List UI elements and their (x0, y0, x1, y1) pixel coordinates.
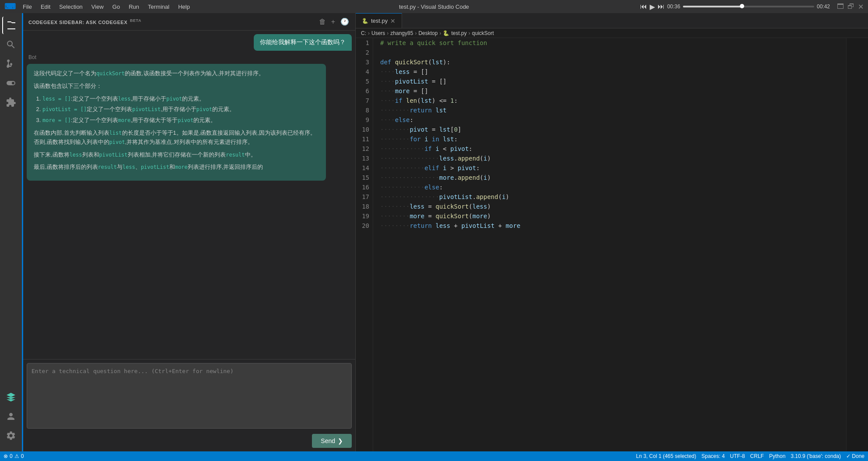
title-bar-left: ⌨ File Edit Selection View Go Run Termin… (4, 2, 193, 11)
send-button-row: Send ❯ (27, 434, 352, 448)
status-right: Ln 3, Col 1 (465 selected) Spaces: 4 UTF… (636, 453, 864, 459)
send-label: Send (321, 437, 335, 444)
status-done[interactable]: ✓ Done (846, 453, 864, 459)
tab-close-button[interactable]: ✕ (390, 17, 396, 24)
breadcrumb-sep-3: › (415, 30, 416, 36)
breadcrumb-sep-5: › (469, 30, 470, 36)
breadcrumb-file-icon: 🐍 (443, 30, 449, 36)
bot-intro: 这段代码定义了一个名为quickSort的函数,该函数接受一个列表作为输入,并对… (34, 69, 319, 78)
activity-search[interactable] (2, 36, 20, 53)
bot-part-1: less = []:定义了一个空列表less,用于存储小于pivot的元素。 (42, 94, 319, 104)
breadcrumb-sep-2: › (387, 30, 388, 36)
fast-forward-button[interactable]: ⏭ (658, 3, 665, 10)
editor-area: 🐍 test.py ✕ C: › Users › zhangy85 › Desk… (356, 13, 868, 451)
menu-terminal[interactable]: Terminal (144, 3, 173, 11)
breadcrumb-function[interactable]: quickSort (472, 30, 494, 36)
codegeex-sidebar: CODEGEEX SIDEBAR: ASK CODEGEEX BETA 🗑 + … (23, 13, 356, 451)
bot-concat-text: 接下来,函数将less列表和pivotList列表相加,并将它们存储在一个新的列… (34, 150, 319, 160)
user-message: 你能给我解释一下这个函数吗？ (254, 34, 352, 51)
menu-help[interactable]: Help (175, 3, 193, 11)
bot-part-2: pivotList = []定义了一个空列表pivotList,用于存储小于pi… (42, 105, 319, 114)
bot-parts-intro: 该函数包含以下三个部分： (34, 82, 319, 91)
menu-view[interactable]: View (88, 3, 107, 11)
window-title: test.py - Visual Studio Code (399, 3, 469, 10)
time-left: 00:36 (667, 3, 680, 10)
beta-badge: BETA (130, 18, 141, 23)
status-version[interactable]: 3.10.9 ('base': conda) (791, 453, 841, 459)
sidebar-header-icons[interactable]: 🗑 + 🕐 (318, 17, 350, 27)
status-bar: ⊗ 0 ⚠ 0 Ln 3, Col 1 (465 selected) Space… (0, 451, 868, 461)
bot-label: Bot (27, 54, 352, 60)
rewind-button[interactable]: ⏮ (640, 3, 647, 10)
activity-run-debug[interactable] (2, 74, 20, 92)
bot-part-3: more = []:定义了一个空列表more,用于存储大于等于pivot的元素。 (42, 116, 319, 125)
fn-name-inline: quickSort (96, 70, 125, 77)
bot-message: 这段代码定义了一个名为quickSort的函数,该函数接受一个列表作为输入,并对… (27, 64, 326, 181)
play-button[interactable]: ▶ (650, 3, 655, 11)
activity-bar (0, 13, 22, 451)
line-numbers: 1 2 3 4 5 6 7 8 9 10 11 12 13 14 15 16 1… (356, 38, 373, 451)
maximize-button[interactable]: 🗗 (847, 3, 854, 10)
input-area: Send ❯ (23, 359, 355, 451)
bot-parts-list: less = []:定义了一个空列表less,用于存储小于pivot的元素。 p… (34, 94, 319, 125)
progress-fill (683, 6, 742, 7)
breadcrumb-sep-4: › (439, 30, 441, 36)
menu-run[interactable]: Run (125, 3, 143, 11)
close-button[interactable]: ✕ (858, 3, 864, 11)
sidebar-header: CODEGEEX SIDEBAR: ASK CODEGEEX BETA 🗑 + … (23, 13, 355, 31)
tab-bar: 🐍 test.py ✕ (356, 13, 868, 28)
breadcrumb-file[interactable]: test.py (451, 30, 466, 36)
menu-go[interactable]: Go (109, 3, 123, 11)
status-line-ending[interactable]: CRLF (750, 453, 764, 459)
activity-extensions[interactable] (2, 94, 20, 111)
activity-account[interactable] (2, 408, 20, 425)
activity-settings[interactable] (2, 427, 20, 444)
status-position[interactable]: Ln 3, Col 1 (465 selected) (636, 453, 696, 459)
title-bar-right: ⏮ ▶ ⏭ 00:36 00:42 🗖 🗗 ✕ (640, 3, 864, 11)
status-spaces[interactable]: Spaces: 4 (701, 453, 724, 459)
minimap (846, 38, 868, 451)
chat-area[interactable]: 你能给我解释一下这个函数吗？ Bot 这段代码定义了一个名为quickSort的… (23, 31, 355, 359)
breadcrumb-desktop[interactable]: Desktop (418, 30, 438, 36)
vscode-icon: ⌨ (4, 2, 16, 11)
tab-file-icon: 🐍 (362, 18, 368, 24)
code-content[interactable]: # write a quick sort function def quickS… (373, 38, 846, 451)
menu-edit[interactable]: Edit (37, 3, 54, 11)
bot-body-text: 在函数内部,首先判断输入列表list的长度是否小于等于1。如果是,函数直接返回输… (34, 129, 319, 147)
menu-selection[interactable]: Selection (56, 3, 86, 11)
breadcrumb-c[interactable]: C: (361, 30, 366, 36)
bot-return-text: 最后,函数将排序后的列表result与less、pivotList和more列表… (34, 163, 319, 172)
code-editor[interactable]: 1 2 3 4 5 6 7 8 9 10 11 12 13 14 15 16 1… (356, 38, 868, 451)
error-icon: ⊗ (4, 453, 8, 459)
menu-bar[interactable]: File Edit Selection View Go Run Terminal… (19, 3, 193, 11)
progress-thumb[interactable] (740, 4, 744, 8)
status-errors[interactable]: ⊗ 0 ⚠ 0 (4, 453, 24, 459)
activity-bottom (2, 388, 20, 448)
history-button[interactable]: 🕐 (340, 17, 350, 27)
time-right: 00:42 (817, 3, 830, 10)
breadcrumb-user[interactable]: zhangy85 (390, 30, 413, 36)
activity-explorer[interactable] (2, 17, 20, 34)
tab-test-py[interactable]: 🐍 test.py ✕ (356, 13, 402, 28)
tab-label: test.py (371, 17, 388, 24)
sidebar-title: CODEGEEX SIDEBAR: ASK CODEGEEX BETA (28, 18, 141, 25)
media-controls[interactable]: ⏮ ▶ ⏭ 00:36 00:42 (640, 3, 830, 11)
menu-file[interactable]: File (19, 3, 35, 11)
chat-input[interactable] (27, 363, 352, 429)
activity-codegeex[interactable] (2, 388, 20, 406)
breadcrumb: C: › Users › zhangy85 › Desktop › 🐍 test… (356, 28, 868, 38)
activity-source-control[interactable] (2, 55, 20, 73)
status-left: ⊗ 0 ⚠ 0 (4, 453, 24, 459)
status-language[interactable]: Python (769, 453, 785, 459)
send-button[interactable]: Send ❯ (312, 434, 352, 448)
new-chat-button[interactable]: + (330, 17, 336, 27)
window-controls[interactable]: 🗖 🗗 ✕ (837, 3, 864, 11)
delete-chat-button[interactable]: 🗑 (318, 17, 327, 27)
warning-icon: ⚠ (14, 453, 19, 459)
breadcrumb-users[interactable]: Users (371, 30, 385, 36)
status-encoding[interactable]: UTF-8 (730, 453, 745, 459)
breadcrumb-sep-1: › (368, 30, 370, 36)
minimize-button[interactable]: 🗖 (837, 3, 844, 10)
send-icon: ❯ (338, 437, 343, 444)
progress-bar[interactable] (683, 6, 814, 7)
